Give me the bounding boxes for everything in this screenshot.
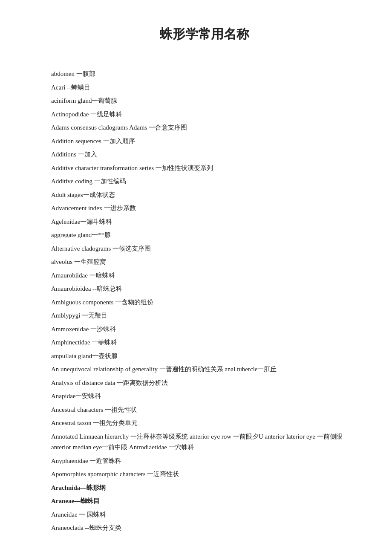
list-item: An unequivocal relationship of generalit… (51, 364, 358, 375)
list-item: Annotated Linnaean hierarchy 一注释林奈等级系统 a… (51, 431, 358, 453)
list-item: Anapidae一安蛛科 (51, 391, 358, 402)
list-item: Analysis of distance data 一距离数据分析法 (51, 378, 358, 389)
list-item: Araneidae 一 园蛛科 (51, 509, 358, 520)
list-item: Amaurobioidea --暗蛛总科 (51, 283, 358, 295)
list-item: ampullata gland一壶状腺 (51, 351, 358, 362)
list-item: Ancestral characters 一祖先性状 (51, 405, 358, 416)
list-item: Anyphaenidae 一近管蛛科 (51, 456, 358, 467)
list-item: Adult stages一成体状态 (51, 190, 358, 201)
list-item: Amphinectidae 一菲蛛科 (51, 337, 358, 348)
list-item: Araneoclada --蜘蛛分支类 (51, 523, 358, 534)
list-item: Additions 一加入 (51, 149, 358, 160)
list-item: Addition sequences 一加入顺序 (51, 136, 358, 147)
page-title: 蛛形学常用名称 (51, 26, 358, 43)
list-item: Additive character transformation series… (51, 163, 358, 174)
list-item: Actinopodidae 一线足蛛科 (51, 109, 358, 120)
list-item: abdomen 一腹部 (51, 69, 358, 80)
list-item: Araneae—蜘蛛目 (51, 496, 358, 507)
list-item: Ambiguous components 一含糊的组份 (51, 297, 358, 308)
list-item: Ancestral taxon 一祖先分类单元 (51, 418, 358, 429)
list-item: Arachnida—蛛形纲 (51, 483, 358, 494)
entries-container: abdomen 一腹部Acari --蜱螨目aciniform gland一葡萄… (51, 69, 358, 534)
list-item: Additive coding 一加性编码 (51, 176, 358, 187)
list-item: Advancement index 一进步系数 (51, 203, 358, 214)
list-item: Acari --蜱螨目 (51, 82, 358, 93)
list-item: Agelenidae一漏斗蛛科 (51, 217, 358, 228)
list-item: Ammoxenidae 一沙蛛科 (51, 324, 358, 335)
list-item: Amaurobiidae 一暗蛛科 (51, 270, 358, 281)
list-item: Adams consensus cladograms Adams 一合意支序图 (51, 122, 358, 133)
list-item: aciniform gland一葡萄腺 (51, 95, 358, 107)
list-item: alveolus 一生殖腔窝 (51, 257, 358, 268)
list-item: Alternative cladograms 一候选支序图 (51, 243, 358, 254)
list-item: Apomorphies apomorphic characters 一近裔性状 (51, 469, 358, 480)
list-item: Amblypygi 一无鞭目 (51, 310, 358, 321)
list-item: aggregate gland一**腺 (51, 230, 358, 241)
